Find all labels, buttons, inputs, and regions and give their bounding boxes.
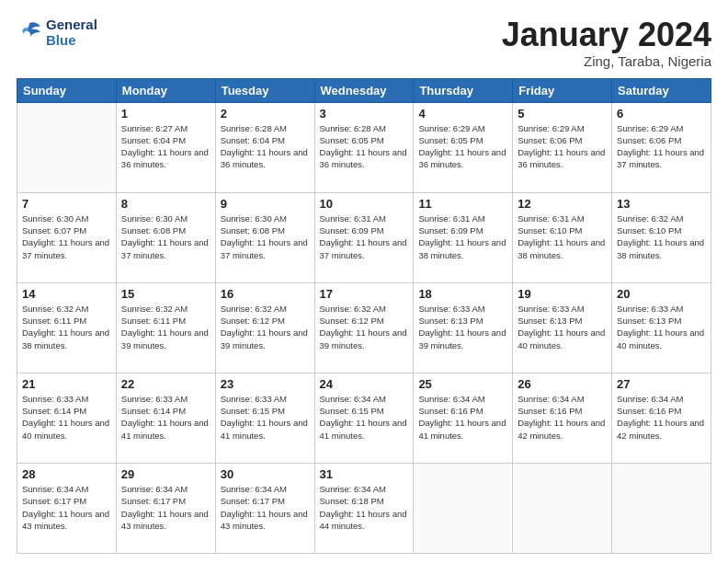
cell-text: Daylight: 11 hours and 37 minutes. bbox=[320, 236, 409, 261]
cell-text: Sunset: 6:06 PM bbox=[518, 134, 607, 146]
day-number: 13 bbox=[617, 197, 706, 211]
calendar-cell: 30Sunrise: 6:34 AMSunset: 6:17 PMDayligh… bbox=[215, 463, 314, 553]
cell-text: Sunset: 6:04 PM bbox=[121, 134, 210, 146]
day-number: 21 bbox=[22, 377, 111, 391]
cell-text: Daylight: 11 hours and 37 minutes. bbox=[617, 146, 706, 171]
cell-text: Daylight: 11 hours and 38 minutes. bbox=[617, 236, 706, 261]
cell-text: Sunrise: 6:33 AM bbox=[22, 393, 111, 405]
cell-text: Sunset: 6:16 PM bbox=[617, 405, 706, 417]
calendar-cell: 2Sunrise: 6:28 AMSunset: 6:04 PMDaylight… bbox=[215, 102, 314, 192]
cell-text: Daylight: 11 hours and 40 minutes. bbox=[518, 327, 607, 351]
cell-text: Sunset: 6:05 PM bbox=[418, 134, 507, 146]
cell-text: Daylight: 11 hours and 40 minutes. bbox=[22, 417, 111, 442]
cell-text: Sunrise: 6:30 AM bbox=[221, 213, 310, 224]
day-number: 27 bbox=[617, 377, 706, 391]
weekday-header: Friday bbox=[513, 78, 612, 102]
cell-text: Sunrise: 6:30 AM bbox=[22, 213, 111, 224]
cell-text: Daylight: 11 hours and 38 minutes. bbox=[22, 327, 111, 351]
calendar-cell: 4Sunrise: 6:29 AMSunset: 6:05 PMDaylight… bbox=[414, 102, 513, 192]
header: General Blue January 2024 Zing, Taraba, … bbox=[17, 17, 711, 69]
day-number: 7 bbox=[22, 197, 111, 211]
cell-text: Sunset: 6:14 PM bbox=[22, 405, 111, 417]
day-number: 22 bbox=[121, 377, 210, 391]
cell-text: Sunrise: 6:33 AM bbox=[617, 303, 706, 315]
cell-text: Sunrise: 6:31 AM bbox=[320, 213, 409, 224]
cell-text: Sunset: 6:11 PM bbox=[121, 315, 210, 327]
cell-text: Daylight: 11 hours and 38 minutes. bbox=[518, 236, 607, 261]
day-number: 28 bbox=[22, 467, 111, 481]
cell-text: Daylight: 11 hours and 43 minutes. bbox=[121, 508, 210, 533]
cell-text: Sunrise: 6:32 AM bbox=[22, 303, 111, 315]
weekday-header: Saturday bbox=[612, 78, 711, 102]
cell-text: Daylight: 11 hours and 40 minutes. bbox=[617, 327, 706, 351]
day-number: 9 bbox=[221, 197, 310, 211]
calendar-table: SundayMondayTuesdayWednesdayThursdayFrid… bbox=[17, 78, 711, 554]
cell-text: Sunset: 6:15 PM bbox=[320, 405, 409, 417]
cell-text: Sunset: 6:13 PM bbox=[518, 315, 607, 327]
calendar-cell: 14Sunrise: 6:32 AMSunset: 6:11 PMDayligh… bbox=[17, 282, 117, 373]
cell-text: Sunset: 6:18 PM bbox=[320, 495, 409, 507]
day-number: 10 bbox=[320, 197, 409, 211]
day-number: 26 bbox=[518, 377, 607, 391]
calendar-cell bbox=[513, 463, 612, 553]
cell-text: Sunrise: 6:34 AM bbox=[221, 483, 310, 495]
calendar-cell: 27Sunrise: 6:34 AMSunset: 6:16 PMDayligh… bbox=[612, 373, 711, 463]
calendar-cell: 22Sunrise: 6:33 AMSunset: 6:14 PMDayligh… bbox=[116, 373, 215, 463]
cell-text: Daylight: 11 hours and 41 minutes. bbox=[121, 417, 210, 442]
cell-text: Sunrise: 6:33 AM bbox=[518, 303, 607, 315]
cell-text: Daylight: 11 hours and 36 minutes. bbox=[518, 146, 607, 171]
day-number: 31 bbox=[320, 467, 409, 481]
day-number: 17 bbox=[320, 287, 409, 301]
cell-text: Sunset: 6:15 PM bbox=[221, 405, 310, 417]
day-number: 1 bbox=[121, 107, 210, 121]
calendar-cell: 31Sunrise: 6:34 AMSunset: 6:18 PMDayligh… bbox=[314, 463, 414, 553]
calendar-cell: 13Sunrise: 6:32 AMSunset: 6:10 PMDayligh… bbox=[612, 192, 711, 282]
logo: General Blue bbox=[17, 17, 97, 48]
cell-text: Sunrise: 6:34 AM bbox=[320, 393, 409, 405]
cell-text: Daylight: 11 hours and 43 minutes. bbox=[22, 508, 111, 533]
calendar-cell: 16Sunrise: 6:32 AMSunset: 6:12 PMDayligh… bbox=[215, 282, 314, 373]
cell-text: Daylight: 11 hours and 36 minutes. bbox=[418, 146, 507, 171]
cell-text: Daylight: 11 hours and 36 minutes. bbox=[221, 146, 310, 171]
day-number: 11 bbox=[418, 197, 507, 211]
cell-text: Daylight: 11 hours and 37 minutes. bbox=[22, 236, 111, 261]
cell-text: Sunrise: 6:32 AM bbox=[617, 213, 706, 224]
cell-text: Sunset: 6:17 PM bbox=[22, 495, 111, 507]
cell-text: Daylight: 11 hours and 39 minutes. bbox=[418, 327, 507, 351]
calendar-cell: 8Sunrise: 6:30 AMSunset: 6:08 PMDaylight… bbox=[116, 192, 215, 282]
cell-text: Sunrise: 6:30 AM bbox=[121, 213, 210, 224]
day-number: 29 bbox=[121, 467, 210, 481]
cell-text: Sunset: 6:08 PM bbox=[121, 224, 210, 236]
cell-text: Sunset: 6:11 PM bbox=[22, 315, 111, 327]
day-number: 23 bbox=[221, 377, 310, 391]
cell-text: Daylight: 11 hours and 41 minutes. bbox=[320, 417, 409, 442]
calendar-cell: 11Sunrise: 6:31 AMSunset: 6:09 PMDayligh… bbox=[414, 192, 513, 282]
day-number: 24 bbox=[320, 377, 409, 391]
cell-text: Daylight: 11 hours and 39 minutes. bbox=[320, 327, 409, 351]
day-number: 8 bbox=[121, 197, 210, 211]
cell-text: Sunset: 6:10 PM bbox=[617, 224, 706, 236]
cell-text: Sunset: 6:07 PM bbox=[22, 224, 111, 236]
weekday-header: Thursday bbox=[414, 78, 513, 102]
weekday-header: Monday bbox=[116, 78, 215, 102]
day-number: 25 bbox=[418, 377, 507, 391]
logo-icon bbox=[17, 19, 42, 45]
cell-text: Daylight: 11 hours and 44 minutes. bbox=[320, 508, 409, 533]
cell-text: Sunrise: 6:34 AM bbox=[617, 393, 706, 405]
cell-text: Sunset: 6:05 PM bbox=[320, 134, 409, 146]
cell-text: Daylight: 11 hours and 37 minutes. bbox=[221, 236, 310, 261]
calendar-cell bbox=[414, 463, 513, 553]
cell-text: Sunset: 6:16 PM bbox=[418, 405, 507, 417]
cell-text: Sunrise: 6:34 AM bbox=[320, 483, 409, 495]
cell-text: Sunrise: 6:28 AM bbox=[320, 122, 409, 134]
calendar-cell: 3Sunrise: 6:28 AMSunset: 6:05 PMDaylight… bbox=[314, 102, 414, 192]
cell-text: Sunset: 6:17 PM bbox=[121, 495, 210, 507]
calendar-cell: 23Sunrise: 6:33 AMSunset: 6:15 PMDayligh… bbox=[215, 373, 314, 463]
day-number: 5 bbox=[518, 107, 607, 121]
day-number: 30 bbox=[221, 467, 310, 481]
day-number: 2 bbox=[221, 107, 310, 121]
cell-text: Sunrise: 6:32 AM bbox=[320, 303, 409, 315]
cell-text: Sunrise: 6:28 AM bbox=[221, 122, 310, 134]
cell-text: Sunset: 6:12 PM bbox=[221, 315, 310, 327]
cell-text: Sunrise: 6:32 AM bbox=[121, 303, 210, 315]
